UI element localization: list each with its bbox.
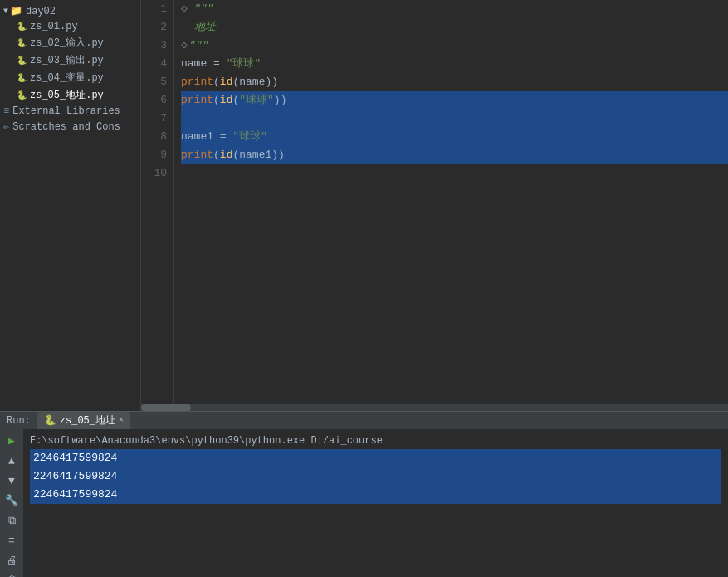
file-item-1[interactable]: 🐍 zs_01.py [13, 19, 140, 34]
run-content: ▶ ▲ ▼ 🔧 ⧉ ≡ 🖨 🗑 E:\software\Anaconda3\en… [0, 429, 728, 577]
code-text-3: """ [189, 37, 208, 55]
line-numbers: 1 2 3 4 5 6 7 8 9 10 [141, 0, 174, 404]
code-line-8: name1 = "球球" [181, 128, 728, 146]
code-text-7 [181, 110, 188, 128]
code-line-9: print ( id ( name1 )) [181, 146, 728, 164]
line-num-3: 3 [141, 37, 167, 55]
bottom-panel: Run: 🐍 zs_05_地址 × ▶ ▲ ▼ 🔧 ⧉ ≡ 🖨 🗑 E:\sof… [0, 411, 728, 577]
horizontal-scrollbar[interactable] [141, 404, 728, 411]
code-text-9d: ( [232, 146, 239, 164]
run-up-btn[interactable]: ▲ [3, 452, 20, 469]
code-text-9c: id [220, 146, 233, 164]
code-text-5d: ( [232, 73, 239, 91]
code-text-4c: "球球" [227, 55, 261, 73]
code-text-9e: name1 [239, 146, 271, 164]
code-text-9b: ( [213, 146, 220, 164]
bookmark-icon-1: ◇ [181, 0, 188, 18]
output-line-1: 2246417599824 [30, 449, 721, 467]
run-down-btn[interactable]: ▼ [3, 472, 20, 489]
file-item-3[interactable]: 🐍 zs_03_输出.py [13, 51, 140, 69]
code-text-6d: ( [232, 91, 239, 110]
run-copy-btn[interactable]: ⧉ [3, 512, 20, 529]
code-text-6e: "球球" [239, 91, 274, 110]
code-text-2: 地址 [181, 18, 216, 37]
run-tab-close-btn[interactable]: × [119, 416, 124, 425]
line-num-9: 9 [141, 146, 167, 164]
code-text-5a: print [181, 73, 213, 91]
line-num-1: 1 [141, 0, 167, 18]
code-text-9a: print [181, 146, 213, 164]
ext-lib-icon: ≡ [3, 105, 9, 117]
run-play-btn[interactable]: ▶ [3, 433, 20, 449]
python-icon-2: 🐍 [17, 38, 27, 48]
sidebar: ▼ 📁 day02 🐍 zs_01.py 🐍 zs_02_输入.py 🐍 zs_… [0, 0, 141, 411]
run-label: Run: [7, 415, 31, 427]
code-line-10 [181, 164, 728, 183]
code-line-7 [181, 110, 728, 128]
code-text-4b: = [213, 55, 227, 73]
code-text-8c: "球球" [232, 128, 267, 146]
output-text-1: 2246417599824 [33, 452, 117, 464]
line-num-6: 6 [141, 91, 167, 110]
run-trash-btn[interactable]: 🗑 [3, 572, 20, 577]
line-num-10: 10 [141, 164, 167, 183]
code-line-1: ◇ """ [181, 0, 728, 18]
python-icon-1: 🐍 [17, 22, 27, 32]
code-line-5: print ( id ( name )) [181, 73, 728, 91]
run-list-btn[interactable]: ≡ [3, 532, 20, 549]
file-item-4[interactable]: 🐍 zs_04_变量.py [13, 69, 140, 86]
code-text-8b: = [220, 128, 233, 146]
run-tab-bar: Run: 🐍 zs_05_地址 × [0, 412, 728, 429]
file-name-1: zs_01.py [30, 21, 78, 32]
line-num-7: 7 [141, 110, 167, 128]
root-folder[interactable]: ▼ 📁 day02 [0, 3, 140, 19]
code-line-6: print ( id ( "球球" )) [181, 91, 728, 110]
run-tab[interactable]: 🐍 zs_05_地址 × [37, 412, 130, 429]
code-text-6c: id [220, 91, 233, 110]
code-text-5e: name [239, 73, 265, 91]
main-area: ▼ 📁 day02 🐍 zs_01.py 🐍 zs_02_输入.py 🐍 zs_… [0, 0, 728, 411]
bookmark-icon-3: ◇ [181, 37, 188, 55]
file-item-5[interactable]: 🐍 zs_05_地址.py [13, 86, 140, 104]
code-content[interactable]: ◇ """ 地址 ◇ """ name = "球球" [174, 0, 728, 404]
scrollbar-thumb[interactable] [141, 404, 191, 411]
code-text-8a: name1 [181, 128, 220, 146]
python-icon-3: 🐍 [17, 56, 27, 66]
line-num-8: 8 [141, 128, 167, 146]
python-icon-4: 🐍 [17, 73, 27, 83]
scratches-and-cons[interactable]: ✏ Scratches and Cons [0, 119, 140, 134]
file-name-4: zs_04_变量.py [30, 71, 104, 85]
code-line-4: name = "球球" [181, 55, 728, 73]
external-libraries[interactable]: ≡ External Libraries [0, 104, 140, 119]
line-num-2: 2 [141, 18, 167, 37]
file-item-2[interactable]: 🐍 zs_02_输入.py [13, 34, 140, 51]
code-text-6f: )) [274, 91, 287, 110]
run-print-btn[interactable]: 🖨 [3, 552, 20, 569]
code-text-6b: ( [213, 91, 220, 110]
code-text-5c: id [220, 73, 233, 91]
editor-area: 1 2 3 4 5 6 7 8 9 10 ◇ """ 地址 [141, 0, 728, 411]
scratches-label: Scratches and Cons [12, 121, 120, 133]
file-name-5: zs_05_地址.py [30, 88, 104, 102]
code-text-5b: ( [213, 73, 220, 91]
python-icon-5: 🐍 [17, 90, 27, 100]
file-name-2: zs_02_输入.py [30, 36, 104, 50]
file-name-3: zs_03_输出.py [30, 53, 104, 67]
line-num-5: 5 [141, 73, 167, 91]
run-output: E:\software\Anaconda3\envs\python39\pyth… [23, 429, 728, 577]
output-text-2: 2246417599824 [33, 470, 117, 482]
output-cmd-line: E:\software\Anaconda3\envs\python39\pyth… [30, 433, 721, 449]
code-text-5f: )) [265, 73, 278, 91]
code-text-10 [181, 164, 188, 183]
output-line-3: 2246417599824 [30, 486, 721, 504]
ext-lib-label: External Libraries [12, 105, 120, 117]
run-tab-name: zs_05_地址 [60, 413, 115, 428]
code-text-4a: name [181, 55, 213, 73]
run-wrench-btn[interactable]: 🔧 [3, 492, 20, 509]
code-text-1: """ [188, 0, 213, 18]
code-text-9f: )) [271, 146, 285, 164]
run-controls: ▶ ▲ ▼ 🔧 ⧉ ≡ 🖨 🗑 [0, 429, 23, 577]
folder-icon: 📁 [10, 5, 22, 17]
output-text-3: 2246417599824 [33, 488, 117, 501]
folder-arrow: ▼ [3, 7, 8, 16]
